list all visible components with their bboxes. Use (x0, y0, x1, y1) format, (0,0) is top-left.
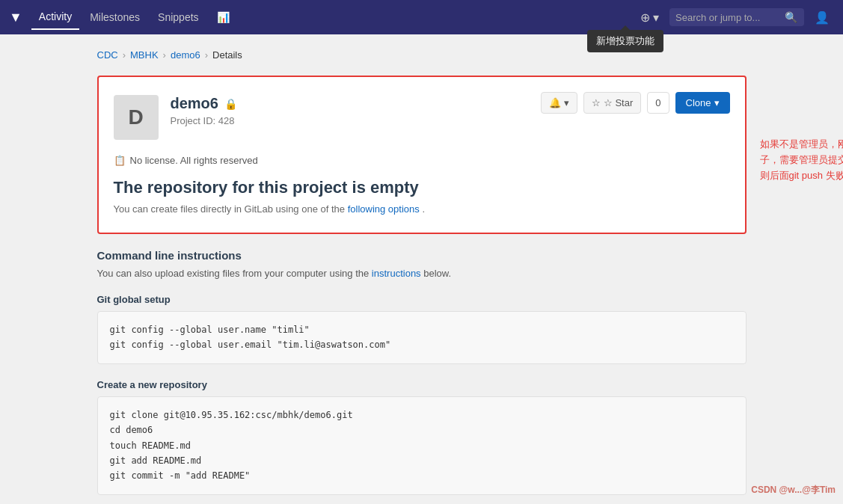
project-id: Project ID: 428 (171, 115, 237, 126)
action-bar: 🔔 ▾ ☆ ☆ Star 0 Clone ▾ (541, 92, 730, 114)
breadcrumb-demo6[interactable]: demo6 (171, 49, 200, 61)
breadcrumb-sep-3: › (205, 49, 208, 61)
topnav-right-section: ⊕ ▾ 🔍 👤 (636, 7, 834, 28)
license-row: 📋 No license. All rights reserved (114, 155, 730, 166)
search-icon: 🔍 (785, 11, 797, 23)
nav-chart-icon[interactable]: 📊 (209, 5, 237, 29)
project-title: demo6 🔒 (171, 95, 237, 112)
clone-button[interactable]: Clone ▾ (675, 92, 730, 114)
nav-snippets[interactable]: Snippets (150, 5, 206, 29)
top-navigation: ▼ Activity Milestones Snippets 📊 新增投票功能 … (0, 0, 843, 34)
search-input[interactable] (675, 12, 780, 23)
user-icon: 👤 (815, 11, 830, 24)
empty-repo-section: The repository for this project is empty… (114, 178, 730, 215)
star-icon: ☆ (592, 97, 601, 108)
git-setup-code: git config --global user.name "timli" gi… (97, 311, 747, 364)
project-card: 🔔 ▾ ☆ ☆ Star 0 Clone ▾ D demo6 🔒 (97, 76, 747, 234)
new-repo-code: git clone git@10.95.35.162:csc/mbhk/demo… (97, 396, 747, 495)
nav-activity[interactable]: Activity (31, 4, 79, 30)
project-avatar: D (114, 95, 159, 140)
gitlab-logo[interactable]: ▼ (9, 10, 22, 25)
lock-icon: 🔒 (224, 98, 237, 110)
bell-arrow-icon: ▾ (564, 97, 569, 108)
project-info: demo6 🔒 Project ID: 428 (171, 95, 237, 126)
breadcrumb-mbhk[interactable]: MBHK (130, 49, 159, 61)
license-icon: 📋 (114, 155, 126, 166)
annotation-text: 如果不是管理员，刚建完项目是这个样子，需要管理员提交一个master分支，否则后… (760, 137, 844, 183)
git-setup-subsection: Git global setup git config --global use… (97, 294, 747, 364)
user-profile-button[interactable]: 👤 (810, 7, 834, 28)
add-button[interactable]: ⊕ ▾ (636, 7, 663, 28)
breadcrumb-sep-1: › (123, 49, 126, 61)
star-count: 0 (647, 92, 669, 114)
new-repo-title: Create a new repository (97, 379, 747, 390)
command-line-section: Command line instructions You can also u… (97, 249, 747, 279)
breadcrumb-cdc[interactable]: CDC (97, 49, 118, 61)
watermark: CSDN @w...@李Tim (751, 484, 836, 497)
section-desc: You can also upload existing files from … (97, 268, 747, 279)
license-text: No license. All rights reserved (130, 155, 258, 166)
clone-arrow-icon: ▾ (714, 97, 720, 108)
breadcrumb-current: Details (212, 49, 242, 61)
plus-icon: ⊕ ▾ (640, 11, 659, 24)
search-box[interactable]: 🔍 (669, 8, 804, 26)
tooltip-add-vote: 新增投票功能 (587, 30, 663, 52)
new-repo-subsection: Create a new repository git clone git@10… (97, 379, 747, 495)
git-setup-title: Git global setup (97, 294, 747, 305)
breadcrumb-sep-2: › (163, 49, 166, 61)
following-options-link[interactable]: following options (348, 203, 423, 215)
instructions-link[interactable]: instructions (372, 268, 423, 279)
bell-icon: 🔔 (549, 97, 561, 108)
section-title: Command line instructions (97, 249, 747, 262)
nav-milestones[interactable]: Milestones (82, 5, 147, 29)
star-button[interactable]: ☆ ☆ Star (583, 92, 641, 114)
empty-repo-title: The repository for this project is empty (114, 178, 730, 197)
main-content: CDC › MBHK › demo6 › Details 🔔 ▾ ☆ ☆ Sta… (85, 34, 758, 504)
notification-button[interactable]: 🔔 ▾ (541, 92, 577, 114)
empty-repo-desc: You can create files directly in GitLab … (114, 203, 730, 215)
